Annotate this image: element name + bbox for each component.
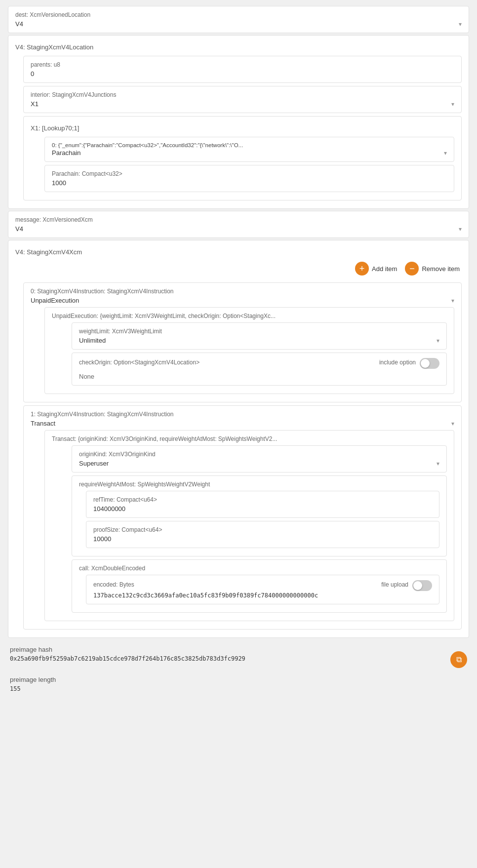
interior-arrow-icon: ▾: [451, 101, 454, 108]
dest-label: dest: XcmVersionedLocation: [15, 11, 462, 18]
call-label: call: XcmDoubleEncoded: [79, 565, 439, 572]
interior-card: interior: StagingXcmV4Junctions X1 ▾: [23, 86, 462, 113]
origin-kind-select[interactable]: Superuser ▾: [79, 460, 439, 467]
encoded-card: encoded: Bytes file upload 137bacce132c9…: [86, 575, 439, 604]
message-v4-header: V4: StagingXcmV4Xcm: [15, 245, 462, 258]
require-weight-label: requireWeightAtMost: SpWeightsWeightV2We…: [79, 481, 439, 488]
encoded-row: encoded: Bytes file upload: [93, 580, 432, 591]
copy-icon: ⧉: [456, 655, 462, 664]
origin-kind-arrow-icon: ▾: [437, 460, 439, 467]
file-upload-label: file upload: [381, 581, 408, 588]
remove-item-button[interactable]: − Remove item: [405, 262, 460, 276]
transact-details-label: Transact: {originKind: XcmV3OriginKind, …: [52, 435, 447, 442]
add-item-label: Add item: [372, 265, 397, 273]
ref-time-label: refTime: Compact<u64>: [93, 496, 432, 503]
instruction-1-type: 1: StagingXcmV4Instruction: StagingXcmV4…: [31, 411, 454, 418]
add-item-button[interactable]: + Add item: [355, 262, 397, 276]
encoded-value: 137bacce132c9cd3c3669afa0ec10a5fc83f9b09…: [93, 592, 330, 599]
enum-arrow-icon: ▾: [444, 150, 447, 157]
weight-limit-arrow-icon: ▾: [437, 337, 439, 344]
copy-hash-button[interactable]: ⧉: [450, 651, 467, 668]
preimage-length-section: preimage length 155: [10, 676, 467, 692]
parents-value: 0: [31, 70, 454, 78]
check-origin-card: checkOrigin: Option<StagingXcmV4Location…: [72, 353, 447, 386]
proof-size-value: 10000: [93, 535, 432, 543]
weight-limit-selected: Unlimited: [79, 337, 106, 344]
weight-limit-card: weightLimit: XcmV3WeightLimit Unlimited …: [72, 322, 447, 350]
enum-label: 0: {"_enum":{"Parachain":"Compact<u32>",…: [52, 142, 447, 148]
origin-kind-label: originKind: XcmV3OriginKind: [79, 451, 439, 458]
weight-limit-label: weightLimit: XcmV3WeightLimit: [79, 328, 439, 335]
instruction-0-card: 0: StagingXcmV4Instruction: StagingXcmV4…: [23, 282, 462, 402]
add-icon: +: [355, 262, 369, 276]
action-row: + Add item − Remove item: [15, 258, 462, 279]
file-upload-toggle[interactable]: [412, 580, 432, 591]
x1-card: X1: [Lookup70;1] 0: {"_enum":{"Parachain…: [23, 116, 462, 200]
origin-kind-card: originKind: XcmV3OriginKind Superuser ▾: [72, 445, 447, 473]
include-option-label: include option: [379, 359, 416, 366]
ref-time-value: 104000000: [93, 505, 432, 513]
message-selected: V4: [15, 225, 23, 233]
transact-details-card: Transact: {originKind: XcmV3OriginKind, …: [44, 430, 454, 621]
remove-icon: −: [405, 262, 419, 276]
dest-card: dest: XcmVersionedLocation V4 ▾: [8, 6, 469, 33]
proof-size-card: proofSize: Compact<u64> 10000: [86, 521, 439, 548]
page-container: dest: XcmVersionedLocation V4 ▾ V4: Stag…: [0, 0, 477, 701]
file-upload-group: file upload: [381, 580, 432, 591]
enum-card: 0: {"_enum":{"Parachain":"Compact<u32>",…: [44, 137, 454, 162]
dest-selected-value: V4: [15, 20, 23, 28]
dest-v4-card: V4: StagingXcmV4Location parents: u8 0 i…: [8, 35, 469, 209]
parents-card: parents: u8 0: [23, 56, 462, 83]
instruction-0-selected: UnpaidExecution: [31, 297, 79, 304]
unpaid-details-label: UnpaidExecution: {weightLimit: XcmV3Weig…: [52, 313, 447, 319]
remove-item-label: Remove item: [422, 265, 460, 273]
check-origin-row: checkOrigin: Option<StagingXcmV4Location…: [79, 358, 439, 369]
message-v4-card: V4: StagingXcmV4Xcm + Add item − Remove …: [8, 240, 469, 638]
unpaid-details-card: UnpaidExecution: {weightLimit: XcmV3Weig…: [44, 307, 454, 394]
enum-select[interactable]: Parachain ▾: [52, 149, 447, 157]
interior-label: interior: StagingXcmV4Junctions: [31, 91, 454, 98]
interior-select[interactable]: X1 ▾: [31, 100, 454, 108]
parachain-label: Parachain: Compact<u32>: [52, 170, 447, 177]
dest-v4-header: V4: StagingXcmV4Location: [15, 40, 462, 53]
message-card: message: XcmVersionedXcm V4 ▾: [8, 211, 469, 238]
dest-select[interactable]: V4 ▾: [15, 20, 462, 28]
x1-header: X1: [Lookup70;1]: [31, 121, 454, 134]
instruction-1-select[interactable]: Transact ▾: [31, 420, 454, 427]
message-label: message: XcmVersionedXcm: [15, 216, 462, 223]
encoded-label: encoded: Bytes: [93, 581, 134, 588]
check-origin-value: None: [79, 373, 439, 380]
preimage-hash-row: 0x25a690fb9f5259ab7c6219ab15cdce978d7f26…: [10, 655, 467, 668]
check-origin-label: checkOrigin: Option<StagingXcmV4Location…: [79, 359, 199, 366]
instruction-0-arrow-icon: ▾: [451, 297, 454, 304]
instruction-0-select[interactable]: UnpaidExecution ▾: [31, 297, 454, 304]
message-select[interactable]: V4 ▾: [15, 225, 462, 233]
dest-arrow-icon: ▾: [459, 21, 462, 28]
preimage-hash-value: 0x25a690fb9f5259ab7c6219ab15cdce978d7f26…: [10, 655, 450, 662]
preimage-hash-label: preimage hash: [10, 646, 467, 653]
weight-limit-select[interactable]: Unlimited ▾: [79, 337, 439, 344]
instruction-1-card: 1: StagingXcmV4Instruction: StagingXcmV4…: [23, 405, 462, 630]
call-card: call: XcmDoubleEncoded encoded: Bytes fi…: [72, 559, 447, 613]
parachain-card: Parachain: Compact<u32> 1000: [44, 165, 454, 192]
message-arrow-icon: ▾: [459, 226, 462, 233]
parents-label: parents: u8: [31, 61, 454, 68]
enum-selected: Parachain: [52, 149, 81, 157]
instruction-1-selected: Transact: [31, 420, 55, 427]
ref-time-card: refTime: Compact<u64> 104000000: [86, 491, 439, 518]
instruction-0-type: 0: StagingXcmV4Instruction: StagingXcmV4…: [31, 288, 454, 295]
preimage-section: preimage hash 0x25a690fb9f5259ab7c6219ab…: [8, 640, 469, 695]
require-weight-card: requireWeightAtMost: SpWeightsWeightV2We…: [72, 475, 447, 556]
instruction-1-arrow-icon: ▾: [451, 420, 454, 427]
include-option-toggle[interactable]: [420, 358, 439, 369]
preimage-length-value: 155: [10, 685, 467, 692]
proof-size-label: proofSize: Compact<u64>: [93, 526, 432, 533]
parachain-value: 1000: [52, 179, 447, 187]
origin-kind-selected: Superuser: [79, 460, 109, 467]
interior-selected: X1: [31, 100, 39, 108]
include-option-group: include option: [379, 358, 439, 369]
preimage-length-label: preimage length: [10, 676, 467, 683]
